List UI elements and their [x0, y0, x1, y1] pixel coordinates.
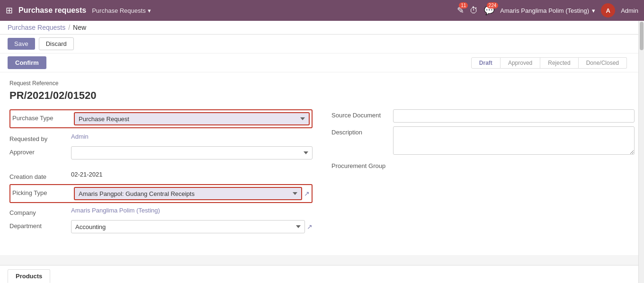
department-select[interactable]: Accounting [71, 220, 305, 233]
picking-type-field: Amaris Pangpol: Gudang Central Receipts … [74, 187, 310, 200]
top-breadcrumb-text[interactable]: Purchase Requests [92, 7, 145, 14]
clock-icon: ⏱ [470, 6, 478, 16]
description-row: Description [331, 126, 635, 156]
requested-by-label: Requested by [9, 133, 71, 142]
top-breadcrumb-dropdown[interactable]: ▾ [148, 7, 151, 14]
procurement-group-row: Procurement Group [331, 160, 635, 169]
clock-icon-badge[interactable]: ⏱ [470, 6, 478, 16]
picking-type-select[interactable]: Amaris Pangpol: Gudang Central Receipts [74, 187, 302, 200]
status-done-closed[interactable]: Done/Closed [579, 57, 627, 69]
top-nav: ⊞ Purchase requests Purchase Requests ▾ … [0, 0, 644, 21]
chat-icon-badge[interactable]: 💬 224 [484, 5, 494, 16]
procurement-group-label: Procurement Group [331, 160, 393, 169]
tab-products[interactable]: Products [8, 269, 50, 283]
breadcrumb-current: New [73, 24, 86, 31]
requested-by-row: Requested by Admin [9, 133, 313, 142]
section-label: Request Reference [9, 80, 635, 87]
status-rejected[interactable]: Rejected [540, 57, 578, 69]
edit-icon-badge[interactable]: ✎ 11 [457, 5, 464, 16]
source-doc-input[interactable] [393, 109, 635, 123]
user-label: Amaris Panglima Polim (Testing) [500, 7, 589, 14]
purchase-type-row: Purchase Type Purchase Request [9, 109, 313, 128]
form-columns: Purchase Type Purchase Request Requested… [9, 109, 635, 237]
source-doc-label: Source Document [331, 109, 393, 119]
status-approved[interactable]: Approved [501, 57, 540, 69]
sub-header: Purchase Requests / New [0, 21, 644, 35]
description-textarea[interactable] [393, 126, 635, 155]
requested-by-value: Admin [71, 131, 89, 140]
top-nav-icons: ✎ 11 ⏱ 💬 224 Amaris Panglima Polim (Test… [457, 3, 638, 18]
source-doc-row: Source Document [331, 109, 635, 123]
status-steps: Draft Approved Rejected Done/Closed [471, 57, 627, 69]
user-info[interactable]: Amaris Panglima Polim (Testing) ▾ [500, 7, 595, 14]
purchase-type-label: Purchase Type [12, 112, 74, 122]
user-dropdown-icon: ▾ [592, 7, 595, 14]
company-field: Amaris Panglima Polim (Testing) [71, 207, 313, 214]
grid-menu-icon[interactable]: ⊞ [6, 5, 13, 16]
department-external-link-icon[interactable]: ↗ [307, 223, 313, 230]
creation-date-label: Creation date [9, 171, 71, 180]
source-doc-field [393, 109, 635, 123]
purchase-type-field: Purchase Request [74, 112, 310, 125]
company-label: Company [9, 207, 71, 216]
purchase-type-select[interactable]: Purchase Request [74, 112, 310, 125]
admin-label: Admin [621, 7, 638, 14]
breadcrumb-link[interactable]: Purchase Requests [8, 24, 65, 31]
page-wrapper: ⊞ Purchase requests Purchase Requests ▾ … [0, 0, 644, 283]
approver-select[interactable] [71, 146, 313, 159]
main-content: Request Reference PR/2021/02/01520 Purch… [0, 72, 644, 255]
workflow-bar: Confirm Draft Approved Rejected Done/Clo… [0, 53, 644, 72]
breadcrumb-separator: / [68, 24, 70, 31]
creation-date-row: Creation date 02-21-2021 [9, 171, 313, 180]
company-row: Company Amaris Panglima Polim (Testing) [9, 207, 313, 216]
picking-type-label: Picking Type [12, 187, 74, 196]
save-button[interactable]: Save [8, 38, 35, 50]
approver-label: Approver [9, 146, 71, 156]
picking-type-row: Picking Type Amaris Pangpol: Gudang Cent… [9, 184, 313, 203]
top-breadcrumb: Purchase Requests ▾ [92, 7, 151, 14]
approver-field [71, 146, 313, 159]
description-label: Description [331, 126, 393, 136]
breadcrumb: Purchase Requests / New [8, 24, 86, 31]
scrollbar-thumb[interactable] [640, 22, 644, 50]
description-field [393, 126, 635, 156]
app-title: Purchase requests [18, 6, 86, 15]
department-label: Department [9, 220, 71, 230]
company-value: Amaris Panglima Polim (Testing) [71, 204, 160, 214]
edit-badge: 11 [459, 2, 468, 9]
approver-row: Approver [9, 146, 313, 159]
department-row: Department Accounting ↗ [9, 220, 313, 233]
scrollbar[interactable] [638, 21, 644, 283]
creation-date-field: 02-21-2021 [71, 171, 313, 178]
chat-badge: 224 [487, 2, 499, 9]
discard-button[interactable]: Discard [39, 37, 74, 50]
pr-number: PR/2021/02/01520 [9, 89, 635, 102]
creation-date-value: 02-21-2021 [71, 168, 103, 178]
form-left: Purchase Type Purchase Request Requested… [9, 109, 313, 237]
picking-type-external-link-icon[interactable]: ↗ [304, 190, 310, 197]
status-draft[interactable]: Draft [471, 57, 501, 69]
form-right: Source Document Description Procurement … [331, 109, 635, 237]
requested-by-field: Admin [71, 133, 313, 140]
confirm-button[interactable]: Confirm [8, 56, 46, 69]
department-field: Accounting ↗ [71, 220, 313, 233]
action-bar: Save Discard [0, 35, 644, 53]
tab-bar: Products [0, 265, 638, 283]
avatar[interactable]: A [601, 3, 615, 18]
